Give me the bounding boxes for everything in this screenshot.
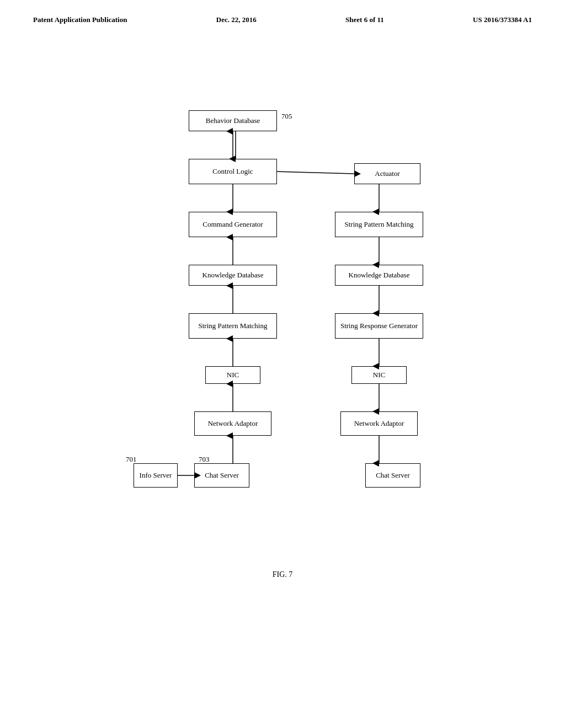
header-left: Patent Application Publication bbox=[33, 15, 127, 24]
arrows-svg bbox=[117, 110, 448, 552]
header-sheet: Sheet 6 of 11 bbox=[345, 15, 384, 24]
svg-line-6 bbox=[277, 172, 354, 174]
header-patent: US 2016/373384 A1 bbox=[473, 15, 532, 24]
fig-label: FIG. 7 bbox=[273, 570, 293, 579]
header-date: Dec. 22, 2016 bbox=[216, 15, 257, 24]
diagram-container: Behavior Database 705 Control Logic Actu… bbox=[117, 110, 448, 552]
page-header: Patent Application Publication Dec. 22, … bbox=[0, 0, 565, 24]
diagram-wrapper: Behavior Database 705 Control Logic Actu… bbox=[117, 110, 448, 552]
